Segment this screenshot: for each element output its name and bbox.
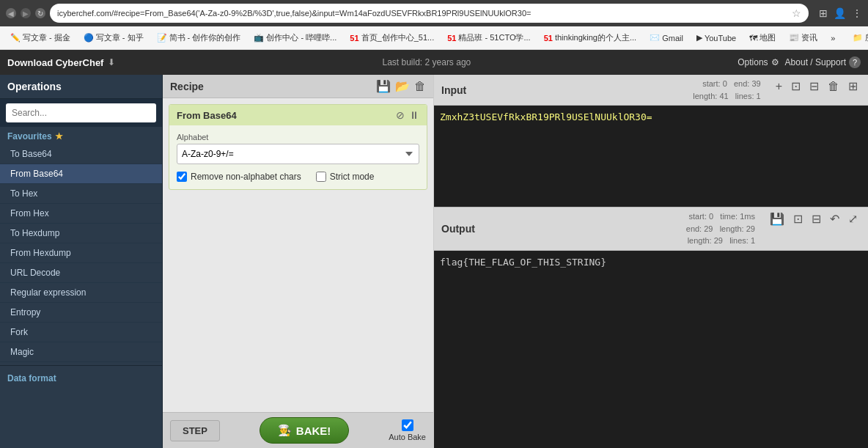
bookmark-star-icon[interactable]: ☆ [792, 7, 801, 19]
step-button[interactable]: STEP [170, 420, 220, 441]
search-input[interactable] [6, 103, 156, 122]
bake-button[interactable]: 👨‍🍳 BAKE! [260, 417, 350, 444]
strict-mode-text: Strict mode [330, 172, 375, 182]
input-meta: start: 0 end: 39 length: 41 lines: 1 [693, 78, 760, 102]
output-copy-button[interactable]: ⊡ [790, 210, 806, 227]
help-icon: ? [849, 56, 861, 68]
favourites-star-icon: ★ [55, 131, 63, 142]
output-undo-button[interactable]: ↶ [827, 210, 842, 227]
recipe-save-button[interactable]: 💾 [376, 79, 391, 93]
bookmark-51cto-1[interactable]: 51 首页_创作中心_51... [345, 31, 438, 45]
recipe-open-button[interactable]: 📂 [395, 79, 410, 93]
sidebar-item-url-decode[interactable]: URL Decode [0, 263, 162, 283]
bookmark-icon-zhihu: 🔵 [84, 33, 94, 43]
output-restore-button[interactable]: ⊟ [809, 210, 824, 227]
sidebar-item-to-hexdump[interactable]: To Hexdump [0, 224, 162, 243]
sidebar-item-magic[interactable]: Magic [0, 342, 162, 362]
recipe-clear-button[interactable]: 🗑 [414, 79, 426, 93]
bookmark-zhihu[interactable]: 🔵 写文章 - 知乎 [79, 31, 148, 45]
output-content: flag{THE_FLAG_OF_THIS_STRING} [434, 251, 868, 449]
sidebar-item-fork[interactable]: Fork [0, 323, 162, 342]
open-icon: 📂 [395, 80, 410, 92]
clear-icon: 🗑 [414, 80, 426, 92]
menu-button[interactable]: ⋮ [852, 7, 862, 19]
profile-button[interactable]: 👤 [834, 7, 846, 19]
sidebar-item-entropy[interactable]: Entropy [0, 303, 162, 323]
bookmark-icon-youtube: ▶ [696, 33, 702, 43]
pause-icon: ⏸ [409, 109, 419, 121]
input-header: Input start: 0 end: 39 length: 41 lines:… [434, 75, 868, 106]
recipe-content: From Base64 ⊘ ⏸ Alphabet A-Za-z0-9+/= [163, 98, 433, 412]
output-header: Output start: 0 time: 1ms end: 29 length… [434, 208, 868, 251]
remove-nonalpha-checkbox-label[interactable]: Remove non-alphabet chars [177, 172, 301, 182]
auto-bake-checkbox[interactable] [402, 419, 413, 431]
bookmark-all[interactable]: 📁 所有书签 [848, 31, 868, 45]
input-maximize-button[interactable]: ⊡ [788, 78, 803, 95]
output-meta: start: 0 time: 1ms end: 29 length: 29 le… [686, 210, 755, 247]
sidebar: Operations Favourites ★ To Base64 From B… [0, 75, 163, 448]
bookmark-icon-bilibili: 📺 [254, 33, 264, 43]
download-icon: ⬇ [108, 57, 115, 67]
output-textarea[interactable]: flag{THE_FLAG_OF_THIS_STRING} [434, 251, 868, 449]
app-bar: Download CyberChef ⬇ Last build: 2 years… [0, 50, 868, 75]
input-grid-button[interactable]: ⊞ [845, 78, 861, 95]
bookmark-thinking[interactable]: 51 thinkingking的个人主... [540, 31, 641, 45]
bookmark-xiezuwen[interactable]: ✏️ 写文章 - 掘金 [6, 31, 75, 45]
output-save-button[interactable]: 💾 [767, 210, 787, 227]
bookmark-more[interactable]: » [826, 32, 839, 44]
sidebar-item-to-hex[interactable]: To Hex [0, 184, 162, 204]
bookmark-maps[interactable]: 🗺 地图 [745, 31, 780, 45]
sidebar-search-area [0, 99, 162, 127]
operation-from-base64-card: From Base64 ⊘ ⏸ Alphabet A-Za-z0-9+/= [169, 104, 427, 190]
sidebar-category-favourites[interactable]: Favourites ★ [0, 127, 162, 144]
sidebar-item-to-base64[interactable]: To Base64 [0, 144, 162, 164]
about-support-button[interactable]: About / Support ? [785, 56, 861, 68]
bookmark-icon-51cto-2: 51 [447, 34, 456, 43]
sidebar-category-data-format[interactable]: Data format [0, 369, 162, 386]
back-button[interactable]: ◀ [6, 8, 16, 18]
bookmark-51cto-2[interactable]: 51 精品班 - 51CTO学... [443, 31, 534, 45]
recipe-title: Recipe [170, 81, 204, 92]
options-button[interactable]: Options ⚙ [738, 57, 779, 67]
remove-nonalpha-checkbox[interactable] [177, 172, 187, 182]
strict-mode-checkbox[interactable] [316, 172, 326, 182]
sidebar-item-from-hex[interactable]: From Hex [0, 204, 162, 224]
bookmark-youtube[interactable]: ▶ YouTube [692, 32, 740, 44]
input-delete-button[interactable]: 🗑 [825, 78, 842, 95]
input-textarea[interactable]: ZmxhZ3tUSEVfRkxBR19PRl9USElNUUklOR30= [434, 106, 868, 207]
bookmark-news[interactable]: 📰 资讯 [784, 31, 822, 45]
bookmark-icon-jianshu: 📝 [157, 33, 167, 43]
bookmark-gmail[interactable]: ✉️ Gmail [645, 32, 688, 44]
bake-label: BAKE! [296, 425, 331, 437]
bookmark-icon-thinking: 51 [544, 34, 553, 43]
favourites-label: Favourites [7, 131, 52, 142]
sidebar-item-regex[interactable]: Regular expression [0, 283, 162, 303]
output-panel: Output start: 0 time: 1ms end: 29 length… [434, 208, 868, 448]
input-restore-button[interactable]: ⊟ [806, 78, 822, 95]
input-panel: Input start: 0 end: 39 length: 41 lines:… [434, 75, 868, 207]
sidebar-header: Operations [0, 75, 162, 99]
operation-card-header: From Base64 ⊘ ⏸ [169, 105, 427, 125]
auto-bake-area: Auto Bake [389, 419, 426, 441]
bookmark-jianshu[interactable]: 📝 简书 - 创作你的创作 [152, 31, 246, 45]
operation-disable-button[interactable]: ⊘ [396, 109, 405, 121]
recipe-footer: STEP 👨‍🍳 BAKE! Auto Bake [163, 412, 433, 448]
address-bar[interactable]: icyberchef.com/#recipe=From_Base64('A-Za… [50, 4, 809, 23]
forward-button[interactable]: ▶ [21, 8, 31, 18]
recipe-panel: Recipe 💾 📂 🗑 From Base64 [163, 75, 434, 448]
input-add-button[interactable]: + [773, 78, 785, 95]
reload-button[interactable]: ↻ [35, 8, 45, 18]
bake-icon: 👨‍🍳 [278, 424, 292, 437]
sidebar-item-from-hexdump[interactable]: From Hexdump [0, 243, 162, 263]
bookmark-icon-news: 📰 [789, 33, 799, 43]
operation-pause-button[interactable]: ⏸ [409, 109, 419, 121]
alphabet-select[interactable]: A-Za-z0-9+/= [177, 144, 419, 164]
sidebar-item-from-base64[interactable]: From Base64 [0, 164, 162, 184]
extensions-button[interactable]: ⊞ [819, 7, 828, 19]
save-icon: 💾 [376, 80, 391, 92]
operation-body: Alphabet A-Za-z0-9+/= Remove non-alphabe… [169, 125, 427, 189]
output-maximize-button[interactable]: ⤢ [845, 210, 861, 227]
bookmark-bilibili[interactable]: 📺 创作中心 - 哔哩哔... [249, 31, 341, 45]
sidebar-divider [0, 365, 162, 366]
strict-mode-checkbox-label[interactable]: Strict mode [316, 172, 375, 182]
